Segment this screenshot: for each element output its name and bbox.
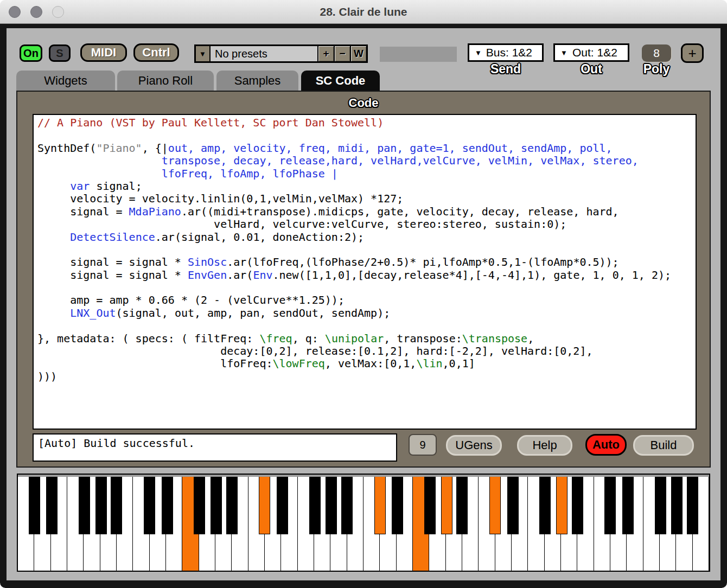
status-message: [Auto] Build successful.	[34, 434, 396, 452]
piano-key-C#1[interactable]	[29, 475, 40, 534]
piano-key-C#4[interactable]	[374, 475, 386, 534]
status-field: [Auto] Build successful.	[33, 433, 397, 462]
on-button[interactable]: On	[20, 44, 42, 62]
code-line: var signal;	[37, 180, 696, 193]
code-line: signal = signal * SinOsc.ar(lfoFreq,(lfo…	[37, 256, 696, 269]
out-label: Out	[553, 62, 629, 76]
code-line: DetectSilence.ar(signal, 0.01, doneActio…	[37, 231, 696, 244]
window-content: On S MIDI Cntrl ▼ No presets + − W ▼ Bus…	[7, 28, 720, 580]
bus-dropdown-value: Bus: 1&2	[482, 46, 537, 59]
code-line: )))	[37, 370, 696, 383]
code-line: lfoFreq:\lowFreq, velMax:[0,1,\lin,0,1]	[37, 357, 696, 370]
piano-key-C#2[interactable]	[144, 475, 155, 534]
solo-button[interactable]: S	[49, 44, 71, 62]
code-line: SynthDef("Piano", {|out, amp, velocity, …	[37, 142, 696, 155]
code-line: signal = signal * EnvGen.ar(Env.new([1,1…	[37, 269, 696, 282]
code-line: amp = amp * 0.66 * (2 - (velCurve**1.25)…	[37, 294, 696, 306]
code-line: transpose, decay, release,hard, velHard,…	[37, 155, 696, 167]
piano-keys	[18, 475, 709, 571]
piano-key-D#4[interactable]	[392, 475, 403, 534]
code-editor[interactable]: // A Piano (VST by Paul Kellett, SC port…	[33, 114, 697, 430]
tab-sc-code[interactable]: SC Code	[301, 71, 380, 91]
tab-piano-roll[interactable]: Piano Roll	[117, 71, 214, 91]
code-line: velHard, velcurve:velCurve, stereo:stere…	[37, 218, 696, 231]
preset-add-button[interactable]: +	[318, 46, 334, 61]
window-title: 28. Clair de lune	[0, 0, 727, 24]
tab-widgets[interactable]: Widgets	[16, 71, 115, 91]
piano-key-G#3[interactable]	[326, 475, 337, 534]
preset-dropdown-arrow-icon[interactable]: ▼	[196, 46, 209, 61]
level-meter	[380, 47, 457, 62]
piano-key-G#6[interactable]	[671, 475, 683, 534]
piano-key-F#1[interactable]	[79, 475, 90, 534]
piano-key-D#2[interactable]	[162, 475, 173, 534]
piano-key-A#5[interactable]	[572, 475, 583, 534]
out-dropdown[interactable]: ▼ Out: 1&2	[553, 43, 629, 62]
midi-button[interactable]: MIDI	[80, 43, 127, 62]
send-label: Send	[468, 62, 544, 76]
code-line: decay:[0,2], release:[0.1,2], hard:[-2,2…	[37, 345, 696, 357]
poly-add-button[interactable]: +	[681, 43, 704, 63]
piano-key-D#1[interactable]	[46, 475, 58, 534]
piano-key-A#6[interactable]	[687, 475, 698, 534]
auto-button[interactable]: Auto	[585, 434, 627, 456]
piano-key-G#5[interactable]	[556, 475, 567, 534]
piano-key-C#5[interactable]	[489, 475, 501, 534]
piano-key-F#3[interactable]	[309, 475, 321, 534]
cntrl-button[interactable]: Cntrl	[133, 43, 179, 62]
piano-key-D#6[interactable]	[622, 475, 634, 534]
piano-keyboard	[17, 474, 710, 572]
piano-key-F#6[interactable]	[655, 475, 666, 534]
code-line: // A Piano (VST by Paul Kellett, SC port…	[37, 117, 696, 129]
tab-samples[interactable]: Samples	[216, 71, 298, 91]
code-line	[37, 282, 696, 294]
piano-key-G#1[interactable]	[95, 475, 107, 534]
piano-key-F#2[interactable]	[194, 475, 205, 534]
piano-key-A#4[interactable]	[456, 475, 468, 534]
preset-value-field[interactable]: No presets	[211, 46, 317, 61]
piano-key-A#1[interactable]	[111, 475, 122, 534]
piano-key-G#4[interactable]	[441, 475, 452, 534]
piano-key-F#5[interactable]	[539, 475, 551, 534]
code-line: velocity = velocity.linlin(0,1,velMin,ve…	[37, 193, 696, 205]
history-count-button[interactable]: 9	[409, 434, 437, 456]
bus-dropdown-arrow-icon: ▼	[475, 49, 482, 57]
code-line: LNX_Out(signal, out, amp, pan, sendOut, …	[37, 307, 696, 319]
out-dropdown-value: Out: 1&2	[567, 46, 622, 59]
code-title: Code	[17, 96, 710, 110]
preset-write-button[interactable]: W	[351, 46, 366, 61]
out-dropdown-arrow-icon: ▼	[560, 49, 567, 57]
code-line	[37, 319, 696, 332]
poly-label: Poly	[642, 62, 671, 76]
piano-key-F#4[interactable]	[424, 475, 436, 534]
bus-dropdown[interactable]: ▼ Bus: 1&2	[468, 43, 544, 62]
code-line	[37, 244, 696, 256]
window-frame: On S MIDI Cntrl ▼ No presets + − W ▼ Bus…	[0, 24, 727, 588]
help-button[interactable]: Help	[517, 435, 572, 456]
code-line: signal = MdaPiano.ar((midi+transpose).mi…	[37, 206, 696, 218]
preset-remove-button[interactable]: −	[335, 46, 350, 61]
build-button[interactable]: Build	[633, 435, 694, 456]
piano-key-D#3[interactable]	[277, 475, 288, 534]
preset-selector: ▼ No presets + − W	[194, 44, 368, 63]
piano-key-C#3[interactable]	[259, 475, 270, 534]
code-line: }, metadata: ( specs: ( filtFreq: \freq,…	[37, 333, 696, 345]
piano-key-D#5[interactable]	[507, 475, 519, 534]
piano-key-A#3[interactable]	[341, 475, 353, 534]
code-text: // A Piano (VST by Paul Kellett, SC port…	[34, 115, 696, 383]
code-line	[37, 129, 696, 142]
title-bar: 28. Clair de lune	[0, 0, 727, 24]
code-line: lfoFreq, lfoAmp, lfoPhase |	[37, 168, 696, 180]
piano-top-rail	[18, 475, 709, 477]
ugens-button[interactable]: UGens	[446, 435, 502, 456]
piano-key-A#2[interactable]	[226, 475, 238, 534]
piano-key-C#6[interactable]	[604, 475, 616, 534]
poly-count: 8	[642, 44, 671, 62]
piano-key-G#2[interactable]	[211, 475, 222, 534]
code-panel: Code // A Piano (VST by Paul Kellett, SC…	[16, 91, 711, 468]
